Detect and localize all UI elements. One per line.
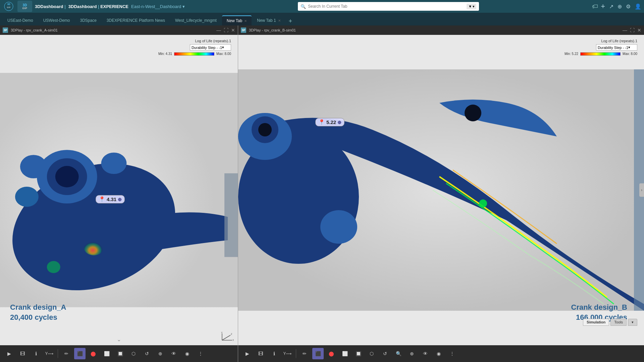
close-button[interactable]: ✕ bbox=[231, 27, 235, 33]
dashboard-name[interactable]: East-n-West__Dashboard ▾ bbox=[131, 4, 185, 9]
right-crank-model bbox=[238, 35, 644, 345]
tab-new-tab-1[interactable]: New Tab 1 ✕ bbox=[252, 15, 285, 25]
left-panel-header: 3P 3DPlay - rpv_crank_A-sim01 — ⛶ ✕ bbox=[0, 25, 238, 35]
right-display-button[interactable]: ◉ bbox=[433, 348, 444, 359]
network-button[interactable]: ⊕ bbox=[618, 3, 622, 10]
right-design-name: Crank design_B bbox=[571, 303, 628, 312]
simulation-tab[interactable]: Simulation bbox=[583, 319, 609, 326]
right-group-button[interactable]: ⬡ bbox=[366, 348, 377, 359]
svg-text:Y: Y bbox=[221, 332, 223, 334]
separator-1 bbox=[58, 349, 58, 358]
mesh-button[interactable]: 🔲 bbox=[114, 348, 126, 359]
brand-exp-label: EXP bbox=[22, 7, 27, 9]
frames-button[interactable]: 🎞 bbox=[17, 348, 28, 359]
left-panel-icon: 3P bbox=[3, 27, 8, 33]
app-name-label: 3DDashboard bbox=[35, 4, 63, 9]
right-close-button[interactable]: ✕ bbox=[637, 27, 641, 33]
scroll-down-arrow[interactable]: ⌄ bbox=[117, 336, 121, 343]
info-button[interactable]: ℹ bbox=[30, 348, 42, 359]
svg-text:EXP: EXP bbox=[7, 6, 11, 8]
right-panel-collapse-right-arrow[interactable]: › bbox=[639, 183, 644, 197]
add-tab-button[interactable]: + bbox=[286, 17, 295, 25]
display-button[interactable]: ◉ bbox=[181, 348, 193, 359]
svg-text:X: X bbox=[232, 339, 234, 341]
tag-icon[interactable]: 🏷 bbox=[592, 3, 598, 10]
search-bar-container: 🔍 ▼ ▾ bbox=[187, 2, 589, 11]
minimize-button[interactable]: — bbox=[216, 27, 221, 33]
tab-new-tab-1-close[interactable]: ✕ bbox=[278, 19, 281, 22]
svg-point-24 bbox=[258, 123, 272, 136]
pen-button[interactable]: ✏ bbox=[61, 348, 72, 359]
tab-3dspace[interactable]: 3DSpace bbox=[75, 15, 101, 25]
right-color-button[interactable]: ⬛ bbox=[312, 348, 324, 359]
axes-button[interactable]: Y⟶ bbox=[44, 348, 55, 359]
group-button[interactable]: ⬡ bbox=[128, 348, 139, 359]
settings-button[interactable]: ⚙ bbox=[626, 3, 631, 10]
more-button[interactable]: ⋮ bbox=[195, 348, 206, 359]
add-button[interactable]: + bbox=[601, 2, 605, 11]
right-sim-panel: 3P 3DPlay - rpv_crank_B-sim01 — ⛶ ✕ Log … bbox=[238, 25, 644, 362]
right-play-button[interactable]: ▶ bbox=[241, 348, 253, 359]
right-more-button[interactable]: ⋮ bbox=[446, 348, 458, 359]
left-design-label: Crank design_A 20,400 cycles bbox=[10, 303, 66, 322]
svg-point-11 bbox=[84, 239, 104, 255]
svg-point-12 bbox=[47, 261, 60, 273]
right-info-button[interactable]: ℹ bbox=[268, 348, 280, 359]
shape-button[interactable]: ⬤ bbox=[88, 348, 99, 359]
reset-button[interactable]: ↺ bbox=[141, 348, 153, 359]
topbar-actions: + ↗ ⊕ ⚙ 👤 bbox=[601, 2, 641, 11]
search-input[interactable] bbox=[308, 4, 465, 9]
tab-new-tab-close[interactable]: ✕ bbox=[244, 19, 247, 23]
right-pen-button[interactable]: ✏ bbox=[299, 348, 310, 359]
search-bar: 🔍 ▼ ▾ bbox=[298, 2, 479, 11]
right-view-button[interactable]: 👁 bbox=[420, 348, 431, 359]
right-reset-button[interactable]: ↺ bbox=[379, 348, 391, 359]
svg-point-28 bbox=[465, 105, 481, 121]
svg-point-26 bbox=[479, 199, 487, 207]
right-maximize-button[interactable]: ⛶ bbox=[630, 27, 635, 33]
right-axes-button[interactable]: Y⟶ bbox=[282, 348, 293, 359]
left-crank-model bbox=[0, 35, 238, 345]
svg-point-10 bbox=[15, 187, 39, 207]
left-design-name: Crank design_A bbox=[10, 303, 66, 312]
tab-uswest[interactable]: USWest-Demo bbox=[39, 15, 75, 25]
tab-useast[interactable]: USEast-Demo bbox=[3, 15, 38, 25]
left-sim-panel: 3P 3DPlay - rpv_crank_A-sim01 — ⛶ ✕ Log … bbox=[0, 25, 238, 362]
tools-tab[interactable]: Tools bbox=[610, 319, 627, 326]
right-separator-1 bbox=[296, 349, 296, 358]
left-panel-controls: — ⛶ ✕ bbox=[216, 27, 235, 33]
search-filter-button[interactable]: ▼ ▾ bbox=[467, 4, 476, 9]
right-measure-button[interactable]: ⊕ bbox=[406, 348, 418, 359]
share-button[interactable]: ↗ bbox=[609, 3, 613, 10]
app-name-span: 3DDashboard bbox=[68, 4, 97, 9]
left-panel-title: 3DPlay - rpv_crank_A-sim01 bbox=[11, 28, 214, 32]
measure-button[interactable]: ⊕ bbox=[155, 348, 166, 359]
right-shape-button[interactable]: ⬤ bbox=[326, 348, 337, 359]
svg-point-9 bbox=[101, 153, 127, 174]
svg-point-25 bbox=[320, 210, 357, 244]
svg-point-8 bbox=[20, 155, 47, 178]
maximize-button[interactable]: ⛶ bbox=[224, 27, 228, 33]
tools-dropdown-chevron[interactable]: ▾ bbox=[628, 319, 637, 326]
brand-3d-label: 3D bbox=[23, 3, 27, 7]
play-button[interactable]: ▶ bbox=[3, 348, 15, 359]
user-button[interactable]: 👤 bbox=[635, 3, 641, 10]
right-panel-header: 3P 3DPlay - rpv_crank_B-sim01 — ⛶ ✕ bbox=[238, 25, 644, 35]
tab-new-tab[interactable]: New Tab ✕ bbox=[222, 15, 252, 25]
right-frames-button[interactable]: 🎞 bbox=[255, 348, 266, 359]
brand-badge: 3D EXP bbox=[17, 1, 32, 12]
svg-point-7 bbox=[55, 166, 79, 187]
right-mesh-button[interactable]: 🔲 bbox=[353, 348, 364, 359]
view-button[interactable]: 👁 bbox=[168, 348, 179, 359]
tab-lifecycle[interactable]: West_Lifecycle_mngmt bbox=[170, 15, 221, 25]
tab-platform-news[interactable]: 3DEXPERIENCE Platform News bbox=[102, 15, 170, 25]
svg-text:Z: Z bbox=[231, 333, 232, 335]
brand-title: 3DDashboard | bbox=[35, 4, 66, 9]
box-button[interactable]: ⬜ bbox=[101, 348, 112, 359]
right-box-button[interactable]: ⬜ bbox=[339, 348, 351, 359]
right-zoom-button[interactable]: 🔍 bbox=[393, 348, 404, 359]
right-viewport: Log of Life (repeats).1 Durability Step … bbox=[238, 35, 644, 345]
sim-tools: Simulation Tools ▾ bbox=[583, 319, 637, 326]
right-minimize-button[interactable]: — bbox=[623, 27, 627, 33]
color-button[interactable]: ⬛ bbox=[74, 348, 86, 359]
